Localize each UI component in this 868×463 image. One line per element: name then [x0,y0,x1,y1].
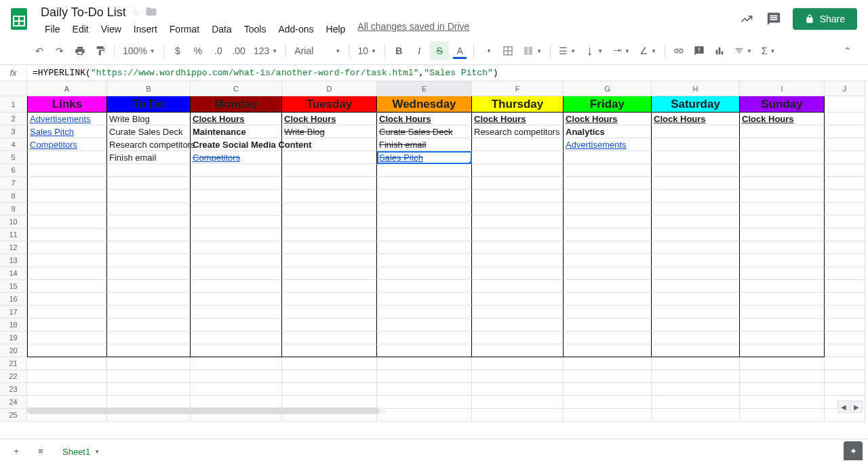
cell-F6[interactable] [472,164,564,177]
cell-F11[interactable] [472,228,564,241]
cell-I18[interactable] [740,319,825,331]
cell-G6[interactable] [564,164,652,177]
scroll-right-button[interactable]: ▶ [850,401,863,413]
cell-D12[interactable] [282,241,377,254]
cell-A9[interactable] [27,203,107,216]
row-header[interactable]: 16 [0,293,27,306]
cell-B23[interactable] [107,383,191,396]
cell-J14[interactable] [825,267,865,280]
filter-dropdown[interactable]: ▼ [730,41,756,60]
sheet-menu-icon[interactable]: ▼ [94,449,100,455]
cell-D1[interactable]: Tuesday [282,96,377,113]
cell-J9[interactable] [825,203,865,216]
cell-C18[interactable] [191,319,282,331]
bold-button[interactable]: B [389,41,408,60]
cell-D2[interactable]: Clock Hours [282,113,377,125]
percent-button[interactable]: % [189,41,208,60]
cell-B12[interactable] [107,241,191,254]
cell-C16[interactable] [191,293,282,306]
cell-A10[interactable] [27,216,107,228]
cell-F25[interactable] [472,409,564,422]
functions-dropdown[interactable]: Σ▼ [757,41,780,60]
star-icon[interactable]: ☆ [132,7,140,18]
strikethrough-button[interactable]: S [430,41,449,60]
cell-J7[interactable] [825,177,865,190]
cell-G2[interactable]: Clock Hours [564,113,652,125]
cell-C19[interactable] [191,331,282,344]
cell-G10[interactable] [564,216,652,228]
cell-D20[interactable] [282,344,377,357]
cell-B10[interactable] [107,216,191,228]
zoom-dropdown[interactable]: 100%▼ [119,41,159,60]
cell-J1[interactable] [825,96,865,113]
cell-G3[interactable]: Analytics [564,125,652,138]
cell-I8[interactable] [740,190,825,203]
cell-A5[interactable] [27,151,107,164]
explore-button[interactable]: ✦ [844,441,863,460]
row-header[interactable]: 19 [0,331,27,344]
cell-G5[interactable] [564,151,652,164]
cell-A11[interactable] [27,228,107,241]
cell-H13[interactable] [652,254,740,267]
cell-G9[interactable] [564,203,652,216]
wrap-dropdown[interactable]: ⭲▼ [608,41,634,60]
cell-D10[interactable] [282,216,377,228]
row-header[interactable]: 11 [0,228,27,241]
cell-E25[interactable] [377,409,472,422]
cell-F10[interactable] [472,216,564,228]
cell-E20[interactable] [377,344,472,357]
row-header[interactable]: 4 [0,138,27,151]
row-header[interactable]: 5 [0,151,27,164]
cell-G13[interactable] [564,254,652,267]
link-button[interactable] [669,41,688,60]
cell-J12[interactable] [825,241,865,254]
cell-E22[interactable] [377,370,472,383]
cell-C5[interactable]: Competitors [191,151,282,164]
cell-G16[interactable] [564,293,652,306]
cell-H15[interactable] [652,280,740,293]
cell-G20[interactable] [564,344,652,357]
cell-J18[interactable] [825,319,865,331]
cell-E9[interactable] [377,203,472,216]
cell-F15[interactable] [472,280,564,293]
cell-I20[interactable] [740,344,825,357]
cell-H8[interactable] [652,190,740,203]
cell-H12[interactable] [652,241,740,254]
cell-J11[interactable] [825,228,865,241]
cell-C4[interactable]: Create Social Media Content [191,138,282,151]
activity-icon[interactable] [738,11,755,27]
cell-H10[interactable] [652,216,740,228]
cell-A13[interactable] [27,254,107,267]
cell-F16[interactable] [472,293,564,306]
cell-C23[interactable] [191,383,282,396]
cell-I14[interactable] [740,267,825,280]
cell-B18[interactable] [107,319,191,331]
cell-H20[interactable] [652,344,740,357]
cell-J10[interactable] [825,216,865,228]
cell-J21[interactable] [825,357,865,370]
comments-icon[interactable] [766,11,782,27]
row-header[interactable]: 13 [0,254,27,267]
cell-F4[interactable] [472,138,564,151]
cell-G1[interactable]: Friday [564,96,652,113]
cell-C9[interactable] [191,203,282,216]
cell-G15[interactable] [564,280,652,293]
horizontal-scrollbar[interactable] [27,407,387,414]
cell-I16[interactable] [740,293,825,306]
paint-format-button[interactable] [91,41,110,60]
cell-D15[interactable] [282,280,377,293]
cell-H2[interactable]: Clock Hours [652,113,740,125]
collapse-toolbar-button[interactable]: ⌃ [838,41,857,60]
row-header[interactable]: 17 [0,306,27,319]
doc-title[interactable]: Daily To-Do List [41,5,126,20]
cell-J4[interactable] [825,138,865,151]
cell-A15[interactable] [27,280,107,293]
cell-J5[interactable] [825,151,865,164]
cell-B15[interactable] [107,280,191,293]
cell-A3[interactable]: Sales Pitch [27,125,107,138]
cell-J16[interactable] [825,293,865,306]
cell-E4[interactable]: Finish email [377,138,472,151]
cell-B13[interactable] [107,254,191,267]
cell-J3[interactable] [825,125,865,138]
cell-I15[interactable] [740,280,825,293]
